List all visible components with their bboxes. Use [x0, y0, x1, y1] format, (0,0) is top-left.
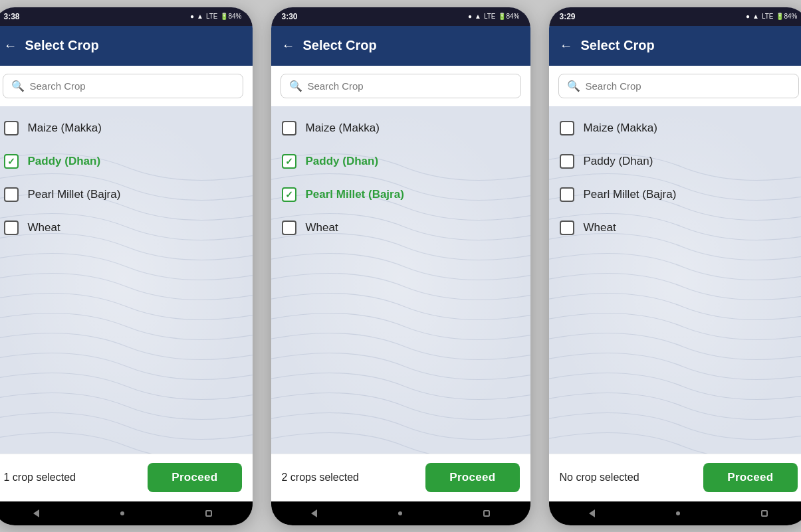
crop-item-wheat-3[interactable]: Wheat [549, 211, 802, 244]
search-icon-2: 🔍 [289, 80, 302, 92]
crop-item-maize-3[interactable]: Maize (Makka) [549, 112, 802, 145]
checkbox-paddy-2[interactable] [282, 154, 296, 169]
search-input-1[interactable] [30, 80, 235, 92]
status-time-2: 3:30 [282, 12, 298, 21]
bottom-bar-1: 1 crop selected Proceed [0, 454, 253, 501]
crop-item-maize-2[interactable]: Maize (Makka) [271, 112, 530, 145]
crop-name-wheat-2: Wheat [306, 221, 338, 234]
crop-name-pearl-2: Pearl Millet (Bajra) [306, 188, 404, 201]
checkbox-paddy-1[interactable] [4, 154, 19, 169]
status-time-3: 3:29 [560, 12, 576, 21]
nav-home-3[interactable] [676, 511, 680, 515]
checkbox-wheat-2[interactable] [282, 221, 296, 235]
header-1: ← Select Crop [0, 26, 253, 66]
phone-2: 3:30 ● ▲ LTE 🔋84% ← Select Crop 🔍 .wave2… [271, 7, 530, 525]
lte-icon-2: LTE [484, 13, 496, 20]
checkbox-pearl-1[interactable] [4, 187, 19, 202]
search-input-3[interactable] [586, 80, 790, 92]
crop-item-wheat-2[interactable]: Wheat [271, 211, 530, 244]
crop-name-wheat-1: Wheat [28, 221, 60, 234]
lte-icon-3: LTE [762, 13, 774, 20]
nav-bar-1 [0, 501, 253, 525]
search-input-2[interactable] [308, 80, 513, 92]
battery-3: 🔋84% [776, 13, 797, 20]
checkbox-pearl-3[interactable] [560, 187, 574, 202]
checkbox-pearl-2[interactable] [282, 187, 296, 202]
nav-back-1[interactable] [33, 509, 39, 517]
phone-3: 3:29 ● ▲ LTE 🔋84% ← Select Crop 🔍 .wave3… [549, 7, 802, 525]
nav-recent-3[interactable] [761, 510, 768, 517]
proceed-button-3[interactable]: Proceed [703, 463, 797, 492]
back-button-2[interactable]: ← [282, 38, 295, 53]
search-box-1: 🔍 [3, 74, 243, 98]
battery-1: 🔋84% [220, 13, 241, 20]
crop-items-1: Maize (Makka) Paddy (Dhan) Pearl Millet … [0, 106, 253, 250]
status-icons-3: ● ▲ LTE 🔋84% [746, 13, 798, 20]
nav-recent-2[interactable] [483, 510, 490, 517]
page-title-2: Select Crop [303, 38, 377, 53]
nav-recent-1[interactable] [205, 510, 212, 517]
status-icons-1: ● ▲ LTE 🔋84% [190, 13, 242, 20]
status-time-1: 3:38 [4, 12, 20, 21]
crop-name-pearl-1: Pearl Millet (Bajra) [28, 188, 121, 201]
crop-item-paddy-1[interactable]: Paddy (Dhan) [0, 145, 253, 178]
checkbox-wheat-3[interactable] [560, 221, 574, 235]
nav-bar-3 [549, 501, 802, 525]
bottom-bar-2: 2 crops selected Proceed [271, 454, 530, 501]
crop-item-wheat-1[interactable]: Wheat [0, 211, 253, 244]
crop-item-pearl-2[interactable]: Pearl Millet (Bajra) [271, 178, 530, 211]
crop-list-2: .wave2{fill:none;stroke:rgba(180,190,210… [271, 106, 530, 454]
proceed-button-1[interactable]: Proceed [148, 463, 241, 492]
back-button-3[interactable]: ← [560, 38, 573, 53]
checkbox-maize-3[interactable] [560, 121, 574, 135]
crop-list-1: .wave{fill:none;stroke:rgba(180,190,210,… [0, 106, 253, 454]
selected-count-3: No crop selected [560, 472, 639, 484]
page-title-3: Select Crop [581, 38, 655, 53]
search-box-2: 🔍 [281, 74, 521, 98]
search-container-3: 🔍 [549, 66, 802, 106]
battery-2: 🔋84% [498, 13, 519, 20]
crop-name-maize-2: Maize (Makka) [306, 122, 380, 135]
checkbox-paddy-3[interactable] [560, 154, 574, 169]
nav-back-3[interactable] [589, 509, 595, 517]
crop-items-3: Maize (Makka) Paddy (Dhan) Pearl Millet … [549, 106, 802, 250]
header-2: ← Select Crop [271, 26, 530, 66]
wifi-icon-1: ▲ [197, 13, 203, 20]
nav-home-2[interactable] [398, 511, 402, 515]
crop-item-pearl-3[interactable]: Pearl Millet (Bajra) [549, 178, 802, 211]
crop-item-maize-1[interactable]: Maize (Makka) [0, 112, 253, 145]
search-box-3: 🔍 [558, 74, 799, 98]
phone-1: 3:38 ● ▲ LTE 🔋84% ← Select Crop 🔍 .wave{… [0, 7, 253, 525]
crop-item-pearl-1[interactable]: Pearl Millet (Bajra) [0, 178, 253, 211]
signal-icon-1: ● [190, 13, 194, 20]
back-button-1[interactable]: ← [4, 38, 17, 53]
search-icon-3: 🔍 [567, 80, 580, 92]
selected-count-2: 2 crops selected [282, 472, 360, 484]
search-container-1: 🔍 [0, 66, 253, 106]
crop-name-maize-1: Maize (Makka) [28, 122, 102, 135]
crop-items-2: Maize (Makka) Paddy (Dhan) Pearl Millet … [271, 106, 530, 250]
proceed-button-2[interactable]: Proceed [425, 463, 519, 492]
signal-icon-2: ● [468, 13, 472, 20]
wifi-icon-2: ▲ [475, 13, 481, 20]
checkbox-maize-2[interactable] [282, 121, 296, 135]
header-3: ← Select Crop [549, 26, 802, 66]
crop-item-paddy-2[interactable]: Paddy (Dhan) [271, 145, 530, 178]
status-bar-2: 3:30 ● ▲ LTE 🔋84% [271, 7, 530, 26]
crop-name-paddy-3: Paddy (Dhan) [584, 155, 653, 168]
crop-name-pearl-3: Pearl Millet (Bajra) [584, 188, 677, 201]
checkbox-maize-1[interactable] [4, 121, 19, 135]
selected-count-1: 1 crop selected [4, 472, 76, 484]
crop-name-paddy-1: Paddy (Dhan) [28, 155, 101, 168]
nav-back-2[interactable] [311, 509, 317, 517]
checkbox-wheat-1[interactable] [4, 221, 19, 235]
status-bar-1: 3:38 ● ▲ LTE 🔋84% [0, 7, 253, 26]
crop-name-paddy-2: Paddy (Dhan) [306, 155, 379, 168]
nav-home-1[interactable] [120, 511, 124, 515]
status-icons-2: ● ▲ LTE 🔋84% [468, 13, 520, 20]
signal-icon-3: ● [746, 13, 750, 20]
status-bar-3: 3:29 ● ▲ LTE 🔋84% [549, 7, 802, 26]
lte-icon-1: LTE [206, 13, 218, 20]
crop-item-paddy-3[interactable]: Paddy (Dhan) [549, 145, 802, 178]
page-title-1: Select Crop [25, 38, 99, 53]
